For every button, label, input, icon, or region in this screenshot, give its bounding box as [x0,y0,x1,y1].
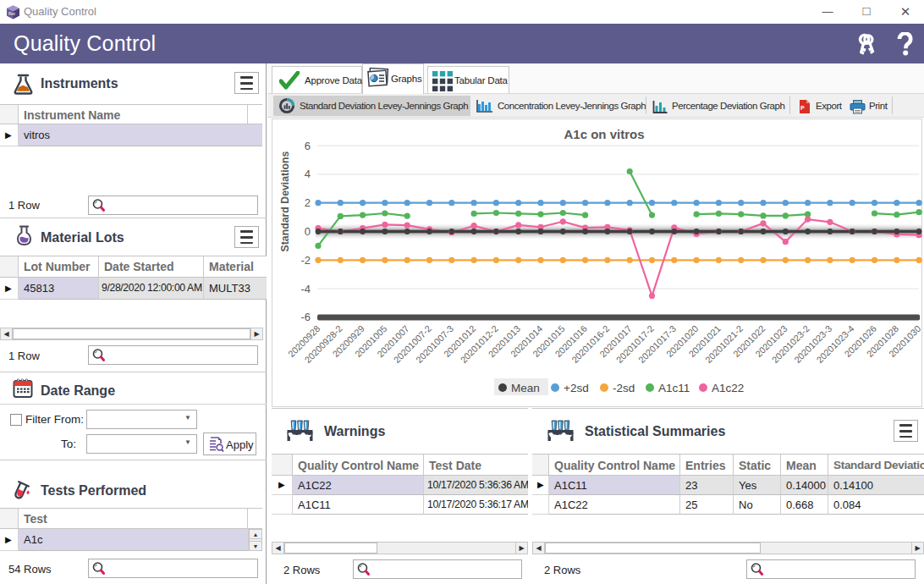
svg-text:A1c11: A1c11 [658,382,690,394]
svg-text:-4: -4 [300,283,311,295]
svg-text:6: 6 [305,140,311,152]
svg-text:Rev: Rev [8,12,16,16]
svg-text:Standard Deviations: Standard Deviations [279,151,291,251]
svg-text:0: 0 [305,225,311,238]
svg-text:A1c on vitros: A1c on vitros [564,127,644,141]
svg-text:+2sd: +2sd [564,382,589,394]
svg-text:Mean: Mean [511,382,540,394]
svg-text:2: 2 [305,196,311,209]
svg-text:4: 4 [305,168,311,180]
svg-text:-2: -2 [300,254,311,267]
svg-text:A1c22: A1c22 [712,382,744,394]
svg-text:-6: -6 [300,311,311,323]
svg-text:-2sd: -2sd [613,382,635,394]
